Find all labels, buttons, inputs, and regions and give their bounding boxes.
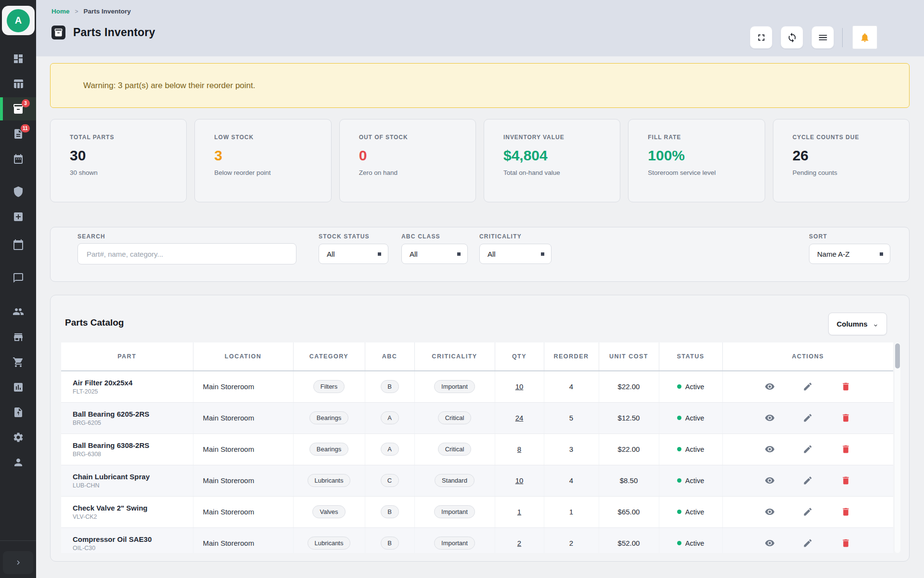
stat-value: $4,804 <box>503 147 610 164</box>
sidebar-item-profile[interactable] <box>0 451 36 474</box>
sidebar-item-teams[interactable] <box>0 300 36 323</box>
stat-card-out-of-stock: OUT OF STOCK0Zero on hand <box>339 119 476 202</box>
breadcrumb-home-link[interactable]: Home <box>51 8 70 15</box>
view-button[interactable] <box>764 506 776 518</box>
sidebar-item-schedule[interactable] <box>0 147 36 171</box>
criticality-pill: Standard <box>435 474 475 487</box>
category-pill: Valves <box>312 505 345 518</box>
header-actions <box>750 26 877 49</box>
sidebar-item-purchasing[interactable] <box>0 351 36 374</box>
status-dot <box>677 478 681 483</box>
stat-subtext: 30 shown <box>70 169 177 176</box>
edit-button[interactable] <box>802 474 814 487</box>
sidebar-item-parts-inventory[interactable]: 3 <box>0 97 36 120</box>
abc-cell: A <box>365 402 414 434</box>
category-pill: Filters <box>313 380 345 393</box>
view-button[interactable] <box>764 443 776 456</box>
table-row: Compressor Oil SAE30OIL-C30Main Storeroo… <box>61 527 893 553</box>
category-cell: Lubricants <box>293 527 365 553</box>
fullscreen-button[interactable] <box>750 26 772 49</box>
sidebar-item-create-new[interactable] <box>0 205 36 228</box>
edit-button[interactable] <box>802 506 814 518</box>
stat-card-low-stock: LOW STOCK3Below reorder point <box>194 119 331 202</box>
sidebar-item-messages[interactable] <box>0 266 36 289</box>
location-cell: Main Storeroom <box>193 434 293 465</box>
calendar-icon <box>12 238 25 251</box>
sidebar-item-settings[interactable] <box>0 426 36 449</box>
refresh-button[interactable] <box>781 26 803 49</box>
sidebar-item-reports[interactable] <box>0 376 36 399</box>
delete-button[interactable] <box>840 412 852 424</box>
sidebar-item-import[interactable] <box>0 401 36 424</box>
document-icon: 11 <box>12 128 25 140</box>
quantity-link[interactable]: 24 <box>515 414 524 422</box>
edit-button[interactable] <box>802 412 814 424</box>
sidebar-item-asset-table[interactable] <box>0 72 36 95</box>
sidebar-item-work-orders[interactable]: 11 <box>0 122 36 145</box>
parts-table: PARTLOCATIONCATEGORYABCCRITICALITYQTYREO… <box>61 342 893 553</box>
criticality-cell: Critical <box>414 402 495 434</box>
delete-button[interactable] <box>840 537 852 550</box>
criticality-cell: Standard <box>414 465 495 496</box>
columns-button[interactable]: Columns <box>828 313 887 335</box>
column-header-abc: ABC <box>365 342 414 371</box>
notifications-button[interactable] <box>852 26 877 49</box>
delete-button[interactable] <box>840 381 852 393</box>
view-button[interactable] <box>764 381 776 393</box>
reorder-cell: 5 <box>544 402 599 434</box>
part-cell: Check Valve 2" SwingVLV-CK2 <box>61 496 193 527</box>
part-code: BRG-6308 <box>73 451 192 458</box>
part-name: Chain Lubricant Spray <box>73 473 192 481</box>
delete-button[interactable] <box>840 443 852 456</box>
delete-button[interactable] <box>840 506 852 518</box>
sidebar-item-dashboard[interactable] <box>0 47 36 70</box>
unit-cost-cell: $12.50 <box>599 402 659 434</box>
edit-button[interactable] <box>802 537 814 550</box>
shield-icon <box>12 185 25 198</box>
unit-cost-cell: $22.00 <box>599 434 659 465</box>
view-button[interactable] <box>764 474 776 487</box>
search-input[interactable] <box>77 243 296 264</box>
chat-icon <box>12 272 25 284</box>
actions-cell <box>722 434 893 465</box>
unit-cost-cell: $52.00 <box>599 527 659 553</box>
sort-select[interactable]: Name A-Z <box>809 244 890 264</box>
sidebar-item-safety[interactable] <box>0 180 36 203</box>
criticality-select[interactable]: All <box>479 244 552 264</box>
part-name: Ball Bearing 6205-2RS <box>73 410 192 418</box>
inventory-box-icon <box>51 26 65 39</box>
abc-class-select[interactable]: All <box>401 244 468 264</box>
delete-button[interactable] <box>840 474 852 487</box>
quantity-link[interactable]: 8 <box>517 445 521 453</box>
edit-button[interactable] <box>802 443 814 456</box>
quantity-link[interactable]: 10 <box>515 382 524 391</box>
view-button[interactable] <box>764 537 776 550</box>
view-button[interactable] <box>764 412 776 424</box>
status-cell: Active <box>659 434 722 465</box>
actions-cell <box>722 496 893 527</box>
stat-subtext: Storeroom service level <box>648 169 755 176</box>
criticality-pill: Critical <box>438 411 472 424</box>
sidebar-item-storeroom[interactable] <box>0 326 36 349</box>
sidebar: A 311 <box>0 0 36 578</box>
category-pill: Lubricants <box>308 537 351 550</box>
breadcrumb: Home > Parts Inventory <box>51 8 131 15</box>
columns-button-label: Columns <box>836 320 867 328</box>
sidebar-expand-button[interactable] <box>3 551 33 574</box>
quantity-link[interactable]: 10 <box>515 476 524 485</box>
menu-button[interactable] <box>811 26 834 49</box>
stat-label: TOTAL PARTS <box>70 134 177 141</box>
stat-subtext: Total on-hand value <box>503 169 610 176</box>
table-scrollbar-thumb[interactable] <box>895 343 900 368</box>
quantity-link[interactable]: 1 <box>517 508 521 516</box>
criticality-label: CRITICALITY <box>479 233 522 240</box>
category-pill: Bearings <box>309 411 348 424</box>
chevron-right-icon <box>14 558 23 567</box>
column-header-unit-cost: UNIT COST <box>599 342 659 371</box>
stock-status-select[interactable]: All <box>319 244 388 264</box>
edit-button[interactable] <box>802 381 814 393</box>
avatar[interactable]: A <box>2 6 35 35</box>
quantity-link[interactable]: 2 <box>517 539 521 547</box>
sidebar-item-calendar[interactable] <box>0 233 36 256</box>
status-label: Active <box>685 508 705 516</box>
